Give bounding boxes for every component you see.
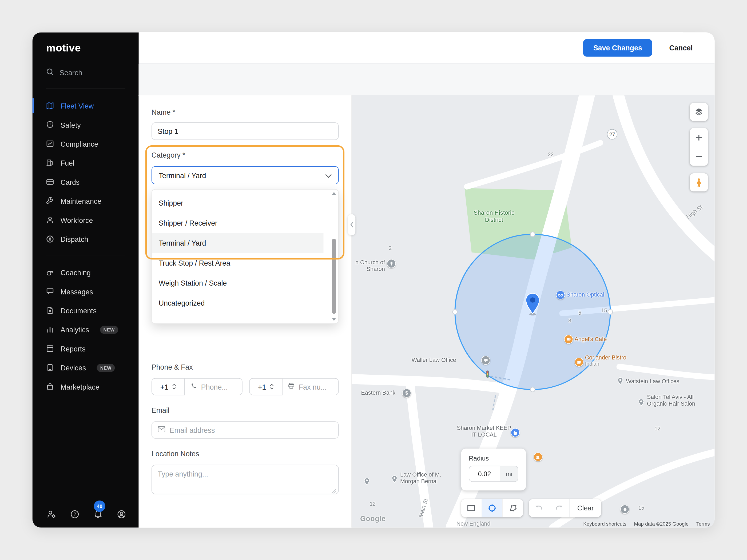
- street-view-pegman-button[interactable]: [690, 174, 708, 191]
- sidebar-item-dispatch[interactable]: Dispatch: [32, 230, 138, 248]
- law-office-pin-icon: [392, 475, 397, 485]
- rectangle-icon: [466, 503, 476, 513]
- bistro-poi-icon: [575, 357, 584, 367]
- chat-icon: [46, 287, 54, 296]
- geofence-handle-north[interactable]: [530, 232, 535, 237]
- notifications-bell-icon[interactable]: 40: [93, 510, 103, 519]
- scrollbar-thumb[interactable]: [332, 239, 336, 314]
- dropdown-item-truck-stop[interactable]: Truck Stop / Rest Area: [152, 253, 324, 273]
- fax-country-code: +1: [258, 383, 266, 391]
- circle-tool-button[interactable]: [482, 499, 503, 517]
- sidebar-item-workforce[interactable]: Workforce: [32, 210, 138, 229]
- scroll-up-arrow-icon[interactable]: [332, 192, 336, 195]
- traffic-light-icon: [486, 370, 490, 380]
- sidebar-item-label: Fuel: [60, 159, 74, 167]
- name-input[interactable]: [152, 123, 339, 140]
- dropdown-item-shipper[interactable]: Shipper: [152, 193, 324, 213]
- zoom-in-button[interactable]: [690, 128, 708, 146]
- clear-button[interactable]: Clear: [570, 504, 601, 512]
- sidebar-item-devices[interactable]: Devices NEW: [32, 358, 138, 377]
- credit-card-icon: [46, 178, 54, 186]
- cancel-button[interactable]: Cancel: [666, 43, 696, 52]
- dropdown-scrollbar[interactable]: [331, 192, 337, 321]
- sidebar-item-label: Safety: [60, 121, 81, 129]
- sidebar-item-cards[interactable]: Cards: [32, 172, 138, 191]
- dropdown-item-weigh-station[interactable]: Weigh Station / Scale: [152, 273, 324, 293]
- keyboard-shortcuts-link[interactable]: Keyboard shortcuts: [583, 521, 626, 527]
- admin-settings-icon[interactable]: [47, 510, 56, 519]
- location-notes-textarea[interactable]: [152, 465, 339, 495]
- zoom-out-button[interactable]: [690, 147, 708, 166]
- sidebar-item-analytics[interactable]: Analytics NEW: [32, 320, 138, 339]
- geofence-handle-south[interactable]: [530, 387, 535, 392]
- bistro-name: Coriander Bistro: [585, 354, 626, 361]
- sidebar-nav-primary: Fleet View Safety Compliance Fuel Cards: [32, 96, 138, 248]
- sidebar-item-maintenance[interactable]: Maintenance: [32, 191, 138, 210]
- zoom-control: [690, 128, 708, 166]
- phone-country-select[interactable]: +1: [152, 378, 185, 395]
- sidebar-item-label: Marketplace: [60, 383, 100, 391]
- geofence-handle-west[interactable]: [453, 310, 457, 314]
- layers-icon: [694, 107, 704, 117]
- dropdown-item-terminal-yard[interactable]: Terminal / Yard: [152, 233, 324, 253]
- fax-input[interactable]: [299, 383, 333, 391]
- sidebar-item-label: Cards: [60, 178, 79, 186]
- phone-input[interactable]: [201, 383, 237, 391]
- save-changes-button[interactable]: Save Changes: [583, 39, 652, 56]
- sidebar-item-label: Devices: [60, 364, 86, 371]
- sidebar-item-documents[interactable]: Documents: [32, 301, 138, 320]
- new-badge: NEW: [97, 364, 115, 371]
- shape-toolbar: [461, 499, 523, 517]
- sidebar-item-compliance[interactable]: Compliance: [32, 134, 138, 153]
- compliance-icon: [46, 139, 54, 148]
- sidebar-item-reports[interactable]: Reports: [32, 339, 138, 358]
- redo-button[interactable]: [549, 499, 569, 517]
- edit-toolbar: Clear: [529, 499, 601, 517]
- email-input[interactable]: [170, 426, 333, 434]
- map-label-district: Sharon Historic District: [472, 210, 515, 224]
- cafe-poi-icon: [564, 335, 573, 344]
- profile-icon[interactable]: [117, 510, 126, 519]
- map-number-15b: 15: [638, 505, 644, 510]
- fax-country-select[interactable]: +1: [249, 378, 283, 395]
- radius-value-input[interactable]: 0.02: [469, 465, 500, 482]
- sidebar-item-messages[interactable]: Messages: [32, 282, 138, 301]
- fuel-pump-icon: [46, 159, 54, 167]
- sidebar-item-fuel[interactable]: Fuel: [32, 153, 138, 172]
- sidebar-item-fleet-view[interactable]: Fleet View: [32, 96, 138, 115]
- category-select[interactable]: Terminal / Yard: [152, 166, 339, 184]
- rectangle-tool-button[interactable]: [461, 499, 482, 517]
- radius-card: Radius 0.02 mi: [461, 449, 526, 490]
- sidebar-item-marketplace[interactable]: Marketplace: [32, 377, 138, 396]
- scroll-down-arrow-icon[interactable]: [332, 318, 336, 321]
- sidebar-item-safety[interactable]: Safety: [32, 115, 138, 134]
- terms-link[interactable]: Terms: [696, 521, 710, 527]
- map-layers-button[interactable]: [690, 103, 708, 121]
- sidebar-footer: ? 40: [47, 510, 126, 519]
- sidebar-item-label: Analytics: [60, 326, 89, 334]
- sidebar-item-coaching[interactable]: Coaching: [32, 263, 138, 282]
- map-label-new-england: New England: [457, 521, 490, 527]
- sidebar-item-label: Workforce: [60, 216, 93, 224]
- fax-input-box: [283, 378, 339, 395]
- polygon-tool-button[interactable]: [503, 499, 523, 517]
- geofence-handle-east[interactable]: [608, 310, 613, 314]
- undo-button[interactable]: [529, 499, 549, 517]
- notification-count-badge: 40: [94, 501, 105, 512]
- map-label-angels-cafe: Angel's Cafe: [575, 336, 607, 342]
- map-canvas[interactable]: Sharon Historic District n Church of Sha…: [352, 95, 715, 528]
- dropdown-item-shipper-receiver[interactable]: Shipper / Receiver: [152, 213, 324, 233]
- panel-collapse-handle[interactable]: [348, 214, 356, 236]
- category-selected-value: Terminal / Yard: [159, 171, 206, 179]
- sidebar-search[interactable]: Search: [46, 68, 82, 78]
- circle-icon: [487, 503, 497, 513]
- map-label-law-office: Law Office of M. Morgan Bernal: [400, 472, 460, 485]
- dropdown-item-uncategorized[interactable]: Uncategorized: [152, 293, 324, 313]
- map-number-12a: 12: [370, 501, 376, 507]
- map-label-salon: Salon Tel Aviv - All Organic Hair Salon: [647, 394, 711, 407]
- map-label-optical: Sharon Optical: [566, 291, 604, 298]
- dropdown-item-partial[interactable]: [152, 313, 324, 322]
- bank-poi-icon: $: [402, 389, 411, 398]
- cafe2-poi-icon: [534, 452, 543, 461]
- help-icon[interactable]: ?: [70, 510, 79, 519]
